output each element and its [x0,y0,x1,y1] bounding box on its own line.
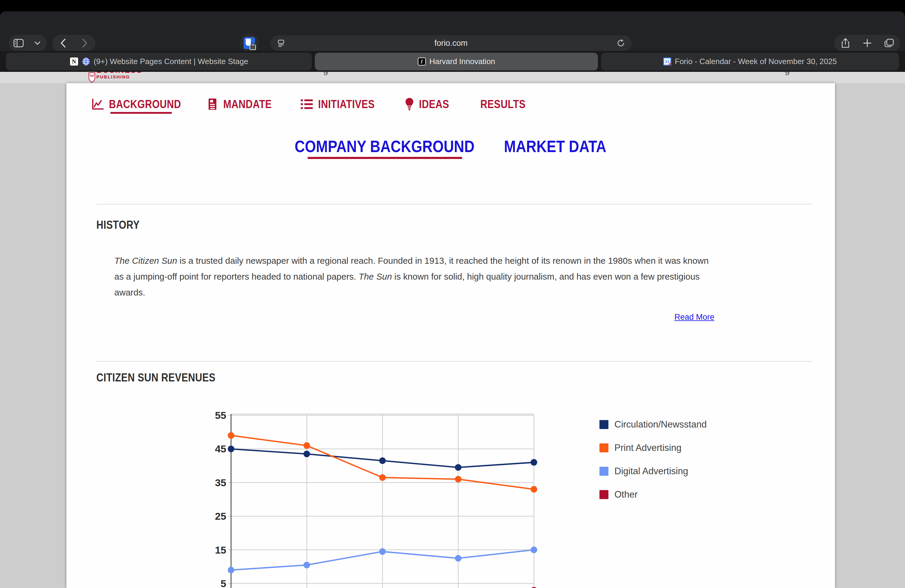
svg-text:55: 55 [215,410,226,421]
top-black-bar [0,0,905,11]
tab-website-pages[interactable]: N (9+) Website Pages Content | Website S… [6,53,312,70]
divider [96,361,811,362]
password-extension-button[interactable] [240,33,259,53]
active-subtab-underline [308,157,462,159]
tab-title: Forio - Calendar - Week of November 30, … [675,57,837,66]
legend-item: Print Advertising [594,443,707,453]
legend-label: Digital Advertising [614,466,688,477]
history-heading: HISTORY [96,219,140,231]
legend-item: Digital Advertising [594,466,707,476]
legend-label: Other [614,489,638,500]
nav-item-ideas[interactable]: IDEAS [405,98,455,111]
svg-text:25: 25 [215,510,226,522]
reload-icon[interactable] [613,35,629,51]
nav-label: MANDATE [223,98,272,111]
password-extension-icon [244,37,255,49]
subtab-market-data[interactable]: MARKET DATA [504,137,607,156]
svg-text:45: 45 [215,443,226,455]
nav-label: RESULTS [480,98,526,111]
clipped-header-text: g [785,72,790,75]
nav-label: BACKGROUND [109,98,181,111]
revenues-heading: CITIZEN SUN REVENUES [96,371,216,384]
new-tab-icon[interactable] [859,35,876,51]
chevron-down-icon[interactable] [29,35,46,51]
share-icon[interactable] [837,35,854,51]
hbp-shield-icon [89,72,95,83]
legend-swatch [599,443,608,452]
sidebar-icon[interactable] [10,35,27,51]
nav-item-initiatives[interactable]: INITIATIVES [300,98,384,111]
google-calendar-icon: 31 [663,57,671,65]
nav-label: INITIATIVES [318,98,375,111]
list-icon [300,99,313,110]
svg-text:15: 15 [215,544,226,556]
browser-toolbar: forio.com [0,11,905,51]
svg-text:35: 35 [215,477,226,488]
legend-item: Circulation/Newsstand [594,420,707,429]
lightbulb-icon [405,98,414,111]
legend-swatch [599,490,608,499]
history-nav-group [52,35,95,51]
line-chart-icon [92,98,104,110]
site-header-strip: BUSINESS PUBLISHING g g [0,72,905,83]
logo-text-publishing: PUBLISHING [96,74,130,79]
address-bar[interactable]: forio.com [270,35,632,51]
tab-overview-icon[interactable] [881,35,897,51]
tab-title: (9+) Website Pages Content | Website Sta… [94,57,248,66]
chart-legend: Circulation/Newsstand Print Advertising … [594,420,707,513]
forward-button[interactable] [76,35,93,51]
history-paragraph: The Citizen Sun is a trusted daily newsp… [114,253,719,300]
active-nav-underline [110,112,172,114]
page-content: BUSINESS PUBLISHING g g BACKGROUND MANDA… [0,72,905,588]
revenue-chart: 55453525155 [210,407,539,588]
nav-item-background[interactable]: BACKGROUND [92,98,194,111]
read-more-link[interactable]: Read More [674,313,714,322]
back-button[interactable] [55,35,71,51]
globe-icon [82,57,90,65]
notion-icon: N [70,57,78,66]
simulation-card: BACKGROUND MANDATE INITIATIVES IDEAS RES… [67,83,835,588]
tab-forio-calendar[interactable]: 31 Forio - Calendar - Week of November 3… [601,53,899,70]
legend-label: Circulation/Newsstand [614,419,707,430]
legend-item: Other [594,490,707,499]
nav-item-results[interactable]: RESULTS [480,98,533,111]
tab-harvard-innovation[interactable]: / Harvard Innovation [315,53,598,70]
document-icon [206,98,219,110]
window-actions-group [834,35,900,51]
clipped-header-text: g [323,72,328,75]
url-text: forio.com [270,39,632,48]
subtab-company-background[interactable]: COMPANY BACKGROUND [294,137,474,156]
tab-title: Harvard Innovation [429,57,495,66]
legend-swatch [599,420,608,429]
divider [96,204,811,205]
forio-slash-icon: / [418,57,426,65]
legend-label: Print Advertising [614,442,681,453]
nav-label: IDEAS [419,98,449,111]
sidebar-toggle-group[interactable] [9,35,47,51]
screen: forio.com N (9+) Website Pages Content |… [0,0,905,588]
nav-item-mandate[interactable]: MANDATE [206,98,280,111]
legend-swatch [599,467,608,476]
svg-text:5: 5 [221,578,226,588]
tab-strip: N (9+) Website Pages Content | Website S… [0,51,905,72]
